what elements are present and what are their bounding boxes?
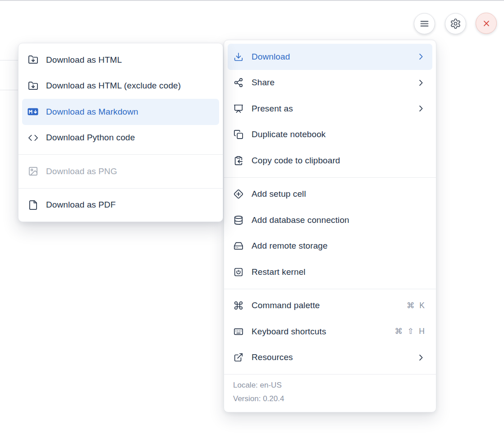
menu-item-resources[interactable]: Resources <box>228 345 432 371</box>
menu-item-label: Present as <box>252 104 408 114</box>
menu-item-label: Copy code to clipboard <box>252 156 426 166</box>
submenu-item-label: Download as HTML <box>46 55 213 65</box>
external-link-icon <box>233 352 244 363</box>
database-icon <box>233 215 244 226</box>
submenu-item-label: Download as HTML (exclude code) <box>46 81 213 91</box>
menu-separator <box>224 289 436 289</box>
menu-item-download[interactable]: Download <box>228 44 432 70</box>
keyboard-shortcut-hint: ⌘ K <box>407 301 426 310</box>
menu-item-restart-kernel[interactable]: Restart kernel <box>228 259 432 285</box>
folder-down-icon <box>27 80 38 91</box>
menu-item-label: Restart kernel <box>252 267 426 277</box>
menu-item-command-palette[interactable]: Command palette ⌘ K <box>228 293 432 319</box>
diamond-plus-icon <box>233 189 244 199</box>
folder-down-icon <box>27 55 38 65</box>
submenu-item-download-pdf[interactable]: Download as PDF <box>22 192 219 218</box>
hamburger-menu-icon <box>419 18 430 29</box>
notebook-menu-button[interactable] <box>414 13 435 34</box>
power-square-icon <box>233 267 244 278</box>
submenu-separator <box>18 154 223 155</box>
menu-item-add-database-connection[interactable]: Add database connection <box>228 207 432 233</box>
menu-item-duplicate-notebook[interactable]: Duplicate notebook <box>228 122 432 148</box>
clipboard-copy-icon <box>233 155 244 166</box>
menu-footer: Locale: en-US Version: 0.20.4 <box>224 374 436 412</box>
menu-item-add-setup-cell[interactable]: Add setup cell <box>228 181 432 208</box>
keyboard-icon <box>233 326 244 337</box>
locale-text: Locale: en-US <box>233 379 427 392</box>
submenu-item-download-png: Download as PNG <box>22 158 219 185</box>
menu-item-label: Command palette <box>252 301 399 310</box>
submenu-item-download-markdown[interactable]: Download as Markdown <box>22 99 219 125</box>
submenu-item-download-html[interactable]: Download as HTML <box>22 47 219 73</box>
code-icon <box>27 132 38 143</box>
keyboard-shortcut-hint: ⌘ ⇧ H <box>394 327 426 336</box>
menu-item-share[interactable]: Share <box>228 70 432 96</box>
menu-item-label: Keyboard shortcuts <box>252 327 387 337</box>
menu-item-label: Share <box>252 78 408 88</box>
menu-item-keyboard-shortcuts[interactable]: Keyboard shortcuts ⌘ ⇧ H <box>228 319 432 345</box>
background-divider-line <box>0 90 18 90</box>
file-icon <box>27 199 38 210</box>
download-icon <box>233 51 244 62</box>
submenu-item-label: Download as Markdown <box>46 107 213 117</box>
notebook-menu-panel: Download Share Present as <box>224 40 436 412</box>
command-icon <box>233 300 244 311</box>
menu-item-present-as[interactable]: Present as <box>228 96 432 122</box>
chevron-right-icon <box>415 51 426 62</box>
submenu-item-label: Download Python code <box>46 133 213 143</box>
gear-icon <box>450 18 461 29</box>
share-nodes-icon <box>233 77 244 88</box>
submenu-separator <box>18 188 223 189</box>
menu-item-add-remote-storage[interactable]: Add remote storage <box>228 233 432 259</box>
chevron-right-icon <box>415 103 426 114</box>
copy-icon <box>233 129 244 140</box>
submenu-item-label: Download as PNG <box>46 166 213 176</box>
image-icon <box>27 166 38 177</box>
hard-drive-icon <box>233 240 244 251</box>
presentation-icon <box>233 103 244 114</box>
menu-separator <box>224 177 436 178</box>
menu-item-copy-code[interactable]: Copy code to clipboard <box>228 148 432 174</box>
menu-item-label: Add database connection <box>252 215 426 225</box>
menu-item-label: Duplicate notebook <box>252 130 426 139</box>
close-app-button[interactable] <box>476 13 497 34</box>
markdown-badge-icon <box>27 106 38 117</box>
download-submenu-panel: Download as HTML Download as HTML (exclu… <box>18 43 223 222</box>
top-toolbar-edge <box>0 0 504 1</box>
menu-item-label: Resources <box>252 352 408 362</box>
menu-item-label: Add setup cell <box>252 189 426 199</box>
chevron-right-icon <box>415 77 426 88</box>
chevron-right-icon <box>415 352 426 363</box>
menu-item-label: Add remote storage <box>252 241 426 251</box>
background-divider-line <box>0 60 18 60</box>
version-text: Version: 0.20.4 <box>233 392 427 406</box>
submenu-item-download-html-exclude-code[interactable]: Download as HTML (exclude code) <box>22 73 219 99</box>
close-x-icon <box>481 18 491 28</box>
submenu-item-label: Download as PDF <box>46 200 213 210</box>
menu-item-label: Download <box>252 52 408 62</box>
settings-button[interactable] <box>445 13 466 34</box>
submenu-item-download-python[interactable]: Download Python code <box>22 125 219 151</box>
